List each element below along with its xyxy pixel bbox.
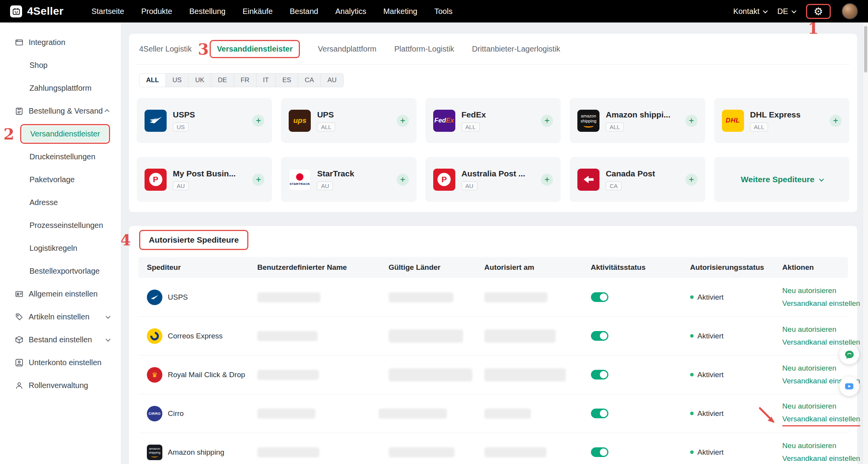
redacted-value [257,409,315,419]
scrollbar[interactable] [863,22,868,464]
nav-produkte[interactable]: Produkte [141,7,172,16]
sidebar-item-paketvorlage[interactable]: Paketvorlage [0,168,121,191]
sidebar-item-label: Rollenverwaltung [29,381,88,390]
nav-marketing[interactable]: Marketing [383,7,417,16]
carrier-name: Canada Post [606,169,655,178]
gear-icon[interactable]: ⚙ [814,6,823,17]
add-carrier-button[interactable]: + [397,174,409,186]
carrier-card-amazon-shipping: amazonshipping Amazon shippi... ALL + [570,98,705,143]
nav-bestand[interactable]: Bestand [290,7,318,16]
subaccount-settings-icon [15,358,24,367]
status-label: Aktiviert [698,332,724,340]
reauthorize-link[interactable]: Neu autorisieren [782,324,836,335]
filter-es[interactable]: ES [276,74,298,87]
main-content: 4Seller Logistik 3 Versanddienstleister … [121,22,868,464]
user-avatar[interactable] [842,3,858,19]
tab-versandplattform[interactable]: Versandplattform [318,45,376,53]
video-float-button[interactable] [839,376,859,396]
sidebar-item-rollenverwaltung[interactable]: Rollenverwaltung [0,374,121,397]
filter-ca[interactable]: CA [298,74,321,87]
sidebar-item-zahlungsplattform[interactable]: Zahlungsplattform [0,77,121,100]
table-row-royal-mail: ♛ Royal Mail Click & Drop Aktiviert Neu … [138,355,848,394]
reauthorize-link[interactable]: Neu autorisieren [782,285,836,297]
set-shipping-channel-link[interactable]: Versandkanal einstellen [782,453,860,464]
sidebar-item-unterkonto-einstellen[interactable]: Unterkonto einstellen [0,351,121,374]
roles-icon [15,381,24,390]
tab-versanddienstleister[interactable]: Versanddienstleister [217,45,293,53]
redacted-value [389,447,455,457]
chat-float-button[interactable] [839,345,859,364]
sidebar-item-adresse[interactable]: Adresse [0,191,121,214]
primary-nav: Startseite Produkte Bestellung Einkäufe … [91,7,453,16]
fedex-logo-icon: FedEx [433,110,455,132]
add-carrier-button[interactable]: + [252,115,264,127]
sidebar-item-druckeinstellungen[interactable]: Druckeinstellungen [0,145,121,168]
add-carrier-button[interactable]: + [252,174,264,186]
reauthorize-link[interactable]: Neu autorisieren [782,440,836,452]
nav-startseite[interactable]: Startseite [91,7,124,16]
nav-bestellung[interactable]: Bestellung [189,7,226,16]
add-carrier-button[interactable]: + [541,174,553,186]
sidebar-item-artikeln-einstellen[interactable]: Artikeln einstellen [0,305,121,328]
correos-express-logo-icon [147,328,162,344]
dhl-logo-icon: DHL [722,110,744,132]
redacted-value [257,331,318,341]
tab-4seller-logistik[interactable]: 4Seller Logistik [139,45,192,53]
reauthorize-link[interactable]: Neu autorisieren [782,400,836,412]
filter-de[interactable]: DE [211,74,234,87]
filter-us[interactable]: US [166,74,189,87]
col-aktionen: Aktionen [777,263,848,272]
annotation-step-1: 1 [808,21,819,36]
sidebar-item-shop[interactable]: Shop [0,54,121,77]
filter-au[interactable]: AU [321,74,343,87]
sidebar-item-prozesseinstellungen[interactable]: Prozesseinstellungen [0,214,121,237]
carrier-card-canada-post: Canada Post CA + [570,157,705,202]
scrollbar-thumb[interactable] [864,26,867,72]
activity-toggle[interactable] [591,292,608,302]
activity-toggle[interactable] [591,331,608,341]
kontakt-dropdown[interactable]: Kontakt [733,7,766,16]
set-shipping-channel-link[interactable]: Versandkanal einstellen [782,298,860,309]
add-carrier-button[interactable]: + [830,115,842,127]
activity-toggle[interactable] [591,370,608,379]
nav-analytics[interactable]: Analytics [335,7,366,16]
sidebar-item-logistikregeln[interactable]: Logistikregeln [0,237,121,260]
amazon-shipping-logo-icon: amazonshipping [577,110,599,132]
sidebar-item-allgemein-einstellen[interactable]: Allgemein einstellen [0,283,121,305]
amazon-shipping-logo-icon: amazonshipping [147,445,162,460]
sidebar-item-bestellung-versand[interactable]: Bestellung & Versand [0,100,121,122]
status-dot [690,450,694,454]
row-carrier-name: Cirro [168,409,184,418]
tab-plattform-logistik[interactable]: Plattform-Logistik [394,45,454,53]
reauthorize-link[interactable]: Neu autorisieren [782,362,836,374]
nav-einkaeufe[interactable]: Einkäufe [243,7,273,16]
add-carrier-button[interactable]: + [685,174,698,186]
row-carrier-name: Royal Mail Click & Drop [168,371,245,379]
app-root: 4Seller Startseite Produkte Bestellung E… [0,0,868,464]
table-header-row: Spediteur Benutzerdefinierter Name Gülti… [138,257,848,278]
brand[interactable]: 4Seller [10,5,64,17]
nav-tools[interactable]: Tools [434,7,453,16]
filter-all[interactable]: ALL [140,74,166,87]
redacted-value [389,329,463,343]
items-settings-icon [15,312,24,321]
tab-drittanbieter-lagerlogistik[interactable]: Drittanbieter-Lagerlogistik [472,45,560,53]
set-shipping-channel-link[interactable]: Versandkanal einstellen [782,413,860,426]
more-carriers-dropdown[interactable]: Weitere Spediteure [714,157,849,202]
sidebar-item-integration[interactable]: Integration [0,31,121,54]
sidebar-item-bestand-einstellen[interactable]: Bestand einstellen [0,328,121,351]
sidebar-item-bestellexportvorlage[interactable]: Bestellexportvorlage [0,260,121,283]
filter-fr[interactable]: FR [234,74,257,87]
add-carrier-button[interactable]: + [541,115,553,127]
carrier-name: Australia Post ... [462,169,525,178]
filter-uk[interactable]: UK [189,74,212,87]
col-benutzerdefinierter-name: Benutzerdefinierter Name [252,263,383,272]
activity-toggle[interactable] [591,447,608,457]
filter-it[interactable]: IT [257,74,276,87]
language-dropdown[interactable]: DE [777,7,795,16]
add-carrier-button[interactable]: + [397,115,409,127]
sidebar-item-versanddienstleister[interactable]: 2 Versanddienstleister [0,122,121,145]
activity-toggle[interactable] [591,409,608,418]
table-row-usps: USPS Aktiviert Neu autorisieren Versandk… [138,278,848,317]
add-carrier-button[interactable]: + [685,115,698,127]
